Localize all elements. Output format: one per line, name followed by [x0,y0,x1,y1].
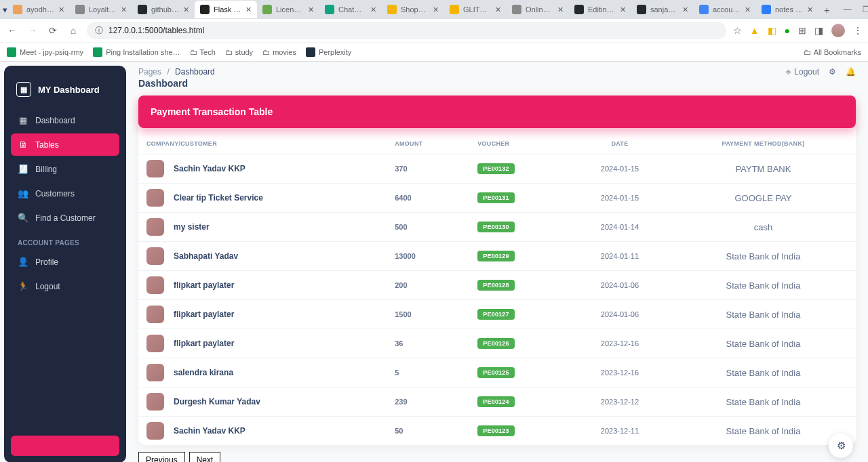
tab-close-icon[interactable]: ✕ [495,5,501,14]
new-tab-button[interactable]: + [818,4,835,16]
method-value: State Bank of India [726,280,801,291]
tab-close-icon[interactable]: ✕ [620,5,626,14]
avatar [146,335,164,352]
sidebar-item-find-a-customer[interactable]: 🔍 Find a Customer [11,207,119,229]
bookmark-folder[interactable]: study [225,47,253,57]
nav-icon: 🗎 [18,140,28,150]
customer-name: Sabhapati Yadav [174,251,238,261]
breadcrumb-root[interactable]: Pages [138,67,161,77]
next-button[interactable]: Next [189,452,221,462]
nav-forward[interactable]: → [26,25,39,36]
bookmark-folder[interactable]: movies [262,47,296,57]
tab-close-icon[interactable]: ✕ [183,5,189,14]
tab-close-icon[interactable]: ✕ [58,5,64,14]
tab-close-icon[interactable]: ✕ [370,5,376,14]
bookmark-folder[interactable]: Tech [190,47,216,57]
browser-tab[interactable]: GLITO Ful ✕ [444,1,507,18]
notifications-icon[interactable]: 🔔 [846,67,856,77]
tab-close-icon[interactable]: ✕ [433,5,439,14]
avatar [146,276,164,294]
browser-tab[interactable]: ChatGPT ✕ [319,1,382,18]
customer-name: flipkart paylater [174,280,234,290]
nav-back[interactable]: ← [5,25,19,36]
sidebar-item-dashboard[interactable]: ▦ Dashboard [11,109,119,131]
favicon [574,5,584,14]
bookmark-item[interactable]: Meet - jpy-psiq-rmy [7,47,83,57]
all-bookmarks[interactable]: All Bookmarks [804,48,861,56]
table-row[interactable]: Sachin Yadav KKP 50 PE00123 2023-12-11 S… [138,417,856,446]
browser-tab[interactable]: sanjayeng ✕ [631,1,694,18]
side-panel-icon[interactable]: ◨ [814,25,823,36]
tab-close-icon[interactable]: ✕ [682,5,688,14]
nav-label: Logout [35,282,60,291]
table-row[interactable]: Sachin Yadav KKP 370 PE00132 2024-01-15 … [138,154,856,184]
table-row[interactable]: Sabhapati Yadav 13000 PE00129 2024-01-11… [138,242,856,271]
browser-tab[interactable]: Licence D ✕ [257,1,319,18]
tab-close-icon[interactable]: ✕ [308,5,314,14]
table-row[interactable]: my sister 500 PE00130 2024-01-14 cash [138,213,856,242]
ext-green-icon[interactable]: ● [785,25,790,36]
nav-reload[interactable]: ⟳ [46,25,60,36]
logout-link[interactable]: ⎆ Logout [786,67,819,77]
site-info-icon[interactable]: ⓘ [95,25,103,37]
date-value: 2023-12-16 [601,369,639,377]
nav-icon: ▦ [18,115,28,125]
browser-tab[interactable]: accounts ✕ [694,1,756,18]
browser-tab[interactable]: Flask Mate ✕ [195,1,257,18]
window-minimize[interactable]: — [844,5,852,14]
browser-tab[interactable]: notes — P ✕ [756,1,818,18]
table-row[interactable]: flipkart paylater 36 PE00126 2023-12-16 … [138,329,856,358]
ext-wallet-icon[interactable]: ◧ [768,25,776,36]
address-bar-row: ← → ⟳ ⌂ ⓘ 127.0.0.1:5000/tables.html ☆ ▲… [0,19,868,42]
date-value: 2023-12-12 [601,398,639,406]
method-value: State Bank of India [726,310,801,320]
profile-avatar[interactable] [831,24,845,37]
window-controls: — ❐ ✕ [835,5,868,14]
date-value: 2024-01-14 [601,223,639,231]
table-row[interactable]: flipkart paylater 200 PE00128 2024-01-06… [138,271,856,300]
extensions-icon[interactable]: ⊞ [798,25,806,36]
sidebar-item-billing[interactable]: 🧾 Billing [11,158,119,180]
table-row[interactable]: salendra kirana 5 PE00125 2023-12-16 Sta… [138,358,856,387]
bookmark-icon [93,47,102,57]
browser-tab[interactable]: Online MY ✕ [507,1,569,18]
browser-tab[interactable]: github.co ✕ [132,1,195,18]
brand-icon: ▦ [16,82,31,97]
sidebar-item-customers[interactable]: 👥 Customers [11,182,119,205]
table-row[interactable]: Clear tip Ticket Service 6400 PE00131 20… [138,184,856,213]
tab-title: ayodhya a [26,5,54,14]
table-row[interactable]: Durgesh Kumar Yadav 239 PE00124 2023-12-… [138,387,856,417]
browser-tab[interactable]: Editing ex ✕ [569,1,631,18]
bookmark-item[interactable]: Perplexity [306,47,351,57]
tabs-dropdown[interactable]: ▾ [3,5,7,15]
sidebar: ▦ MY Dashboard ▦ Dashboard🗎 Tables🧾 Bill… [4,66,126,462]
settings-fab[interactable]: ⚙ [829,434,853,458]
browser-tab[interactable]: ayodhya a ✕ [7,1,70,18]
browser-tab[interactable]: Loyalty-D ✕ [70,1,132,18]
sidebar-item-profile[interactable]: 👤 Profile [11,251,119,273]
browser-tab[interactable]: Shopping ✕ [382,1,444,18]
sidebar-item-logout[interactable]: 🏃 Logout [11,275,119,297]
tab-close-icon[interactable]: ✕ [245,5,252,14]
bookmark-star-icon[interactable]: ☆ [733,25,742,36]
customer-name: my sister [174,222,210,232]
tab-close-icon[interactable]: ✕ [557,5,564,14]
sidebar-cta-button[interactable] [11,436,119,456]
nav-home[interactable]: ⌂ [66,25,80,36]
brand[interactable]: ▦ MY Dashboard [11,72,119,109]
previous-button[interactable]: Previous [138,452,185,462]
chrome-menu-icon[interactable]: ⋮ [853,25,863,36]
tab-close-icon[interactable]: ✕ [745,5,751,14]
favicon [200,5,210,14]
omnibox[interactable]: ⓘ 127.0.0.1:5000/tables.html [87,22,726,39]
tab-close-icon[interactable]: ✕ [807,5,813,14]
bookmark-item[interactable]: Ping Installation she… [93,47,180,57]
tab-close-icon[interactable]: ✕ [121,5,127,14]
table-row[interactable]: flipkart paylater 1500 PE00127 2024-01-0… [138,300,856,329]
bookmark-icon [7,47,16,57]
settings-icon[interactable]: ⚙ [829,67,836,77]
window-maximize[interactable]: ❐ [863,5,868,14]
sidebar-item-tables[interactable]: 🗎 Tables [11,133,119,156]
date-value: 2024-01-06 [601,310,639,318]
ext-drive-icon[interactable]: ▲ [750,25,760,36]
